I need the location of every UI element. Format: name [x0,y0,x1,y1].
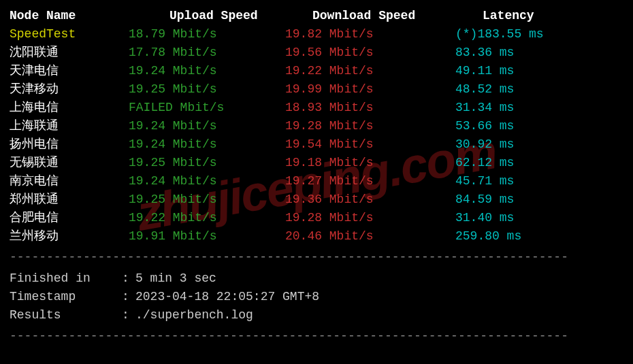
separator: : [122,269,135,288]
node-name-cell: 扬州电信 [10,135,129,154]
divider-line: ----------------------------------------… [10,248,623,267]
node-name-cell: 上海联通 [10,117,129,135]
node-name-cell: 沈阳联通 [10,44,129,62]
latency-cell: 30.92 ms [455,135,623,154]
node-name-cell: 郑州联通 [10,191,129,209]
footer-results: Results : ./superbench.log [10,306,623,325]
upload-speed-cell: 19.91 Mbit/s [129,227,285,246]
separator: : [122,306,135,325]
latency-cell: 45.71 ms [455,172,623,191]
node-name-cell: 合肥电信 [10,209,129,227]
download-speed-cell: 19.99 Mbit/s [285,80,455,99]
header-node-name: Node Name [10,7,129,25]
node-name-cell: 天津移动 [10,80,129,99]
table-row: SpeedTest18.79 Mbit/s19.82 Mbit/s(*)183.… [10,25,623,44]
table-row: 上海电信FAILED Mbit/s18.93 Mbit/s31.34 ms [10,99,623,117]
header-download: Download Speed [285,7,455,25]
table-row: 天津电信19.24 Mbit/s19.22 Mbit/s49.11 ms [10,62,623,80]
download-speed-cell: 19.18 Mbit/s [285,154,455,172]
header-latency: Latency [455,7,623,25]
latency-cell: 48.52 ms [455,80,623,99]
timestamp-label: Timestamp [10,288,122,306]
latency-cell: 31.34 ms [455,99,623,117]
header-upload: Upload Speed [129,7,285,25]
latency-cell: 49.11 ms [455,62,623,80]
upload-speed-cell: 19.24 Mbit/s [129,117,285,135]
upload-speed-cell: 19.25 Mbit/s [129,154,285,172]
download-speed-cell: 19.22 Mbit/s [285,62,455,80]
table-row: 上海联通19.24 Mbit/s19.28 Mbit/s53.66 ms [10,117,623,135]
table-header: Node Name Upload Speed Download Speed La… [10,7,623,25]
finished-label: Finished in [10,269,122,288]
latency-cell: 83.36 ms [455,44,623,62]
upload-speed-cell: 19.24 Mbit/s [129,172,285,191]
upload-speed-cell: 19.22 Mbit/s [129,209,285,227]
node-name-cell: 南京电信 [10,172,129,191]
download-speed-cell: 19.36 Mbit/s [285,191,455,209]
node-name-cell: 兰州移动 [10,227,129,246]
terminal-output: Node Name Upload Speed Download Speed La… [10,7,623,346]
download-speed-cell: 19.82 Mbit/s [285,25,455,44]
separator: : [122,288,135,306]
table-row: 郑州联通19.25 Mbit/s19.36 Mbit/s84.59 ms [10,191,623,209]
upload-speed-cell: 19.25 Mbit/s [129,191,285,209]
results-label: Results [10,306,122,325]
table-row: 无锡联通19.25 Mbit/s19.18 Mbit/s62.12 ms [10,154,623,172]
latency-cell: 53.66 ms [455,117,623,135]
divider-line: ----------------------------------------… [10,327,623,346]
timestamp-value: 2023-04-18 22:05:27 GMT+8 [135,288,623,306]
upload-speed-cell: 19.24 Mbit/s [129,62,285,80]
node-name-cell: 无锡联通 [10,154,129,172]
download-speed-cell: 18.93 Mbit/s [285,99,455,117]
download-speed-cell: 19.27 Mbit/s [285,172,455,191]
latency-cell: 259.80 ms [455,227,623,246]
table-row: 兰州移动19.91 Mbit/s20.46 Mbit/s259.80 ms [10,227,623,246]
latency-cell: 62.12 ms [455,154,623,172]
results-value: ./superbench.log [135,306,623,325]
download-speed-cell: 19.28 Mbit/s [285,209,455,227]
latency-cell: 31.40 ms [455,209,623,227]
upload-speed-cell: 17.78 Mbit/s [129,44,285,62]
footer-finished: Finished in : 5 min 3 sec [10,269,623,288]
upload-speed-cell: 18.79 Mbit/s [129,25,285,44]
table-row: 合肥电信19.22 Mbit/s19.28 Mbit/s31.40 ms [10,209,623,227]
table-row: 天津移动19.25 Mbit/s19.99 Mbit/s48.52 ms [10,80,623,99]
node-name-cell: 上海电信 [10,99,129,117]
download-speed-cell: 19.28 Mbit/s [285,117,455,135]
table-row: 南京电信19.24 Mbit/s19.27 Mbit/s45.71 ms [10,172,623,191]
finished-value: 5 min 3 sec [135,269,623,288]
table-row: 扬州电信19.24 Mbit/s19.54 Mbit/s30.92 ms [10,135,623,154]
upload-speed-cell: FAILED Mbit/s [129,99,285,117]
upload-speed-cell: 19.25 Mbit/s [129,80,285,99]
latency-cell: 84.59 ms [455,191,623,209]
download-speed-cell: 19.56 Mbit/s [285,44,455,62]
download-speed-cell: 19.54 Mbit/s [285,135,455,154]
latency-cell: (*)183.55 ms [455,25,623,44]
upload-speed-cell: 19.24 Mbit/s [129,135,285,154]
table-row: 沈阳联通17.78 Mbit/s19.56 Mbit/s83.36 ms [10,44,623,62]
footer-timestamp: Timestamp : 2023-04-18 22:05:27 GMT+8 [10,288,623,306]
node-name-cell: SpeedTest [10,25,129,44]
download-speed-cell: 20.46 Mbit/s [285,227,455,246]
node-name-cell: 天津电信 [10,62,129,80]
